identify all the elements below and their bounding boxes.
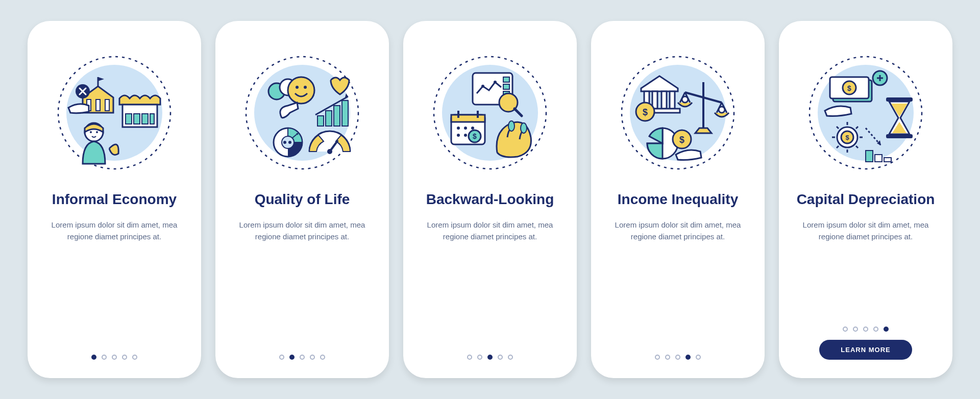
dot-4[interactable] [310, 355, 315, 360]
pagination-dots [91, 355, 137, 360]
dot-4[interactable] [122, 355, 127, 360]
svg-point-46 [457, 127, 460, 130]
svg-rect-43 [451, 115, 485, 122]
svg-rect-4 [105, 99, 109, 111]
dot-2[interactable] [289, 355, 295, 360]
dot-5[interactable] [132, 355, 137, 360]
dot-1[interactable] [91, 355, 96, 360]
dot-3[interactable] [487, 355, 493, 360]
svg-point-14 [96, 131, 98, 133]
svg-point-48 [471, 127, 474, 130]
svg-rect-38 [503, 84, 509, 89]
card-desc: Lorem ipsum dolor sit dim amet, mea regi… [802, 219, 929, 243]
dot-5[interactable] [508, 355, 513, 360]
dot-1[interactable] [279, 355, 284, 360]
svg-rect-24 [334, 106, 340, 126]
card-title: Capital Depreciation [797, 191, 935, 208]
svg-point-47 [464, 127, 467, 130]
dot-1[interactable] [467, 355, 472, 360]
dot-4[interactable] [685, 355, 691, 360]
income-inequality-icon: $ $ [617, 52, 739, 174]
card-title: Informal Economy [52, 191, 177, 208]
svg-point-68 [682, 96, 688, 103]
card-desc: Lorem ipsum dolor sit dim amet, mea regi… [426, 219, 554, 243]
dot-1[interactable] [843, 327, 848, 332]
onboarding-card-quality-of-life: Quality of Life Lorem ipsum dolor sit di… [215, 21, 389, 378]
learn-more-button[interactable]: LEARN MORE [819, 340, 912, 360]
svg-rect-10 [142, 114, 148, 124]
dot-2[interactable] [853, 327, 858, 332]
svg-point-13 [90, 131, 92, 133]
dot-5[interactable] [696, 355, 701, 360]
svg-text:$: $ [473, 132, 477, 140]
svg-point-53 [508, 121, 514, 131]
informal-economy-icon [53, 52, 176, 174]
svg-point-50 [464, 134, 467, 137]
svg-rect-94 [866, 151, 873, 162]
pagination-dots [467, 355, 513, 360]
svg-text:$: $ [845, 134, 849, 141]
svg-point-20 [296, 86, 299, 89]
dot-2[interactable] [102, 355, 107, 360]
svg-text:$: $ [847, 84, 851, 92]
svg-rect-9 [134, 114, 140, 124]
svg-text:$: $ [643, 107, 648, 117]
dot-5[interactable] [884, 327, 889, 332]
svg-point-54 [521, 123, 527, 133]
dot-3[interactable] [863, 327, 868, 332]
card-title: Backward-Looking [426, 191, 554, 208]
card-desc: Lorem ipsum dolor sit dim amet, mea regi… [238, 219, 366, 243]
card-desc: Lorem ipsum dolor sit dim amet, mea regi… [614, 219, 742, 243]
svg-rect-22 [317, 116, 324, 126]
dot-3[interactable] [300, 355, 305, 360]
svg-point-21 [304, 86, 307, 89]
dot-3[interactable] [675, 355, 680, 360]
card-desc: Lorem ipsum dolor sit dim amet, mea regi… [51, 219, 178, 243]
svg-rect-8 [126, 114, 132, 124]
onboarding-card-income-inequality: $ $ [591, 21, 765, 378]
svg-point-35 [481, 85, 484, 88]
svg-rect-3 [96, 99, 100, 111]
card-title: Quality of Life [255, 191, 350, 208]
svg-rect-25 [342, 101, 348, 126]
pagination-dots [655, 355, 701, 360]
onboarding-card-informal-economy: Informal Economy Lorem ipsum dolor sit d… [28, 21, 201, 378]
svg-rect-11 [150, 114, 154, 124]
svg-point-31 [327, 149, 332, 154]
svg-rect-60 [670, 91, 675, 109]
pagination-dots [279, 355, 325, 360]
capital-depreciation-icon: $ [804, 52, 927, 174]
dot-3[interactable] [112, 355, 117, 360]
svg-point-49 [457, 134, 460, 137]
backward-looking-icon: $ [429, 52, 551, 174]
svg-text:$: $ [679, 135, 684, 145]
dot-4[interactable] [498, 355, 503, 360]
onboarding-card-backward-looking: $ Backward-Looking Lorem ipsum dolor sit… [403, 21, 577, 378]
dot-5[interactable] [320, 355, 325, 360]
svg-rect-23 [326, 111, 332, 126]
svg-point-19 [288, 77, 314, 104]
onboarding-card-capital-depreciation: $ [779, 21, 952, 378]
dot-1[interactable] [655, 355, 660, 360]
svg-point-71 [719, 107, 725, 113]
dot-4[interactable] [873, 327, 878, 332]
svg-rect-96 [884, 158, 891, 162]
svg-rect-59 [662, 91, 667, 109]
card-title: Income Inequality [618, 191, 739, 208]
svg-point-36 [494, 81, 497, 84]
pagination-dots [843, 327, 889, 332]
svg-point-29 [288, 141, 291, 144]
quality-of-life-icon [241, 52, 363, 174]
dot-2[interactable] [477, 355, 482, 360]
svg-rect-37 [503, 77, 509, 82]
dot-2[interactable] [665, 355, 670, 360]
svg-point-28 [283, 141, 286, 144]
svg-rect-95 [875, 155, 882, 162]
